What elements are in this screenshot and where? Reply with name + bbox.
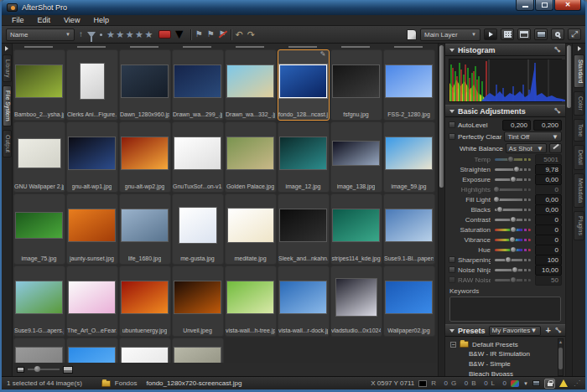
thumbnail-size-slider[interactable] xyxy=(28,369,60,370)
folder-name[interactable]: Fondos xyxy=(115,379,138,387)
warning-icon[interactable] xyxy=(559,379,568,387)
thumbnail-cell-partial[interactable] xyxy=(171,44,224,49)
panel-tab-metadata[interactable]: Metadata xyxy=(574,173,584,208)
noise-ninja-slider[interactable] xyxy=(495,269,531,271)
dual-monitor-icon[interactable] xyxy=(532,380,540,386)
contrast-slider[interactable] xyxy=(495,219,531,221)
thumbnail-image[interactable] xyxy=(227,65,273,97)
thumbnail-cell[interactable]: Suse9.1-G...apers.jpg xyxy=(13,266,65,337)
exposure-slider[interactable] xyxy=(495,178,531,181)
raw-noise-value[interactable]: 50 xyxy=(535,275,562,286)
basic-adjustments-header[interactable]: Basic Adjustments ⊶ xyxy=(445,105,565,117)
thumbnail-image[interactable] xyxy=(179,208,216,243)
thumbnail-cell[interactable]: vista-wall...h-tree.jpg xyxy=(225,266,277,337)
split-view-button[interactable] xyxy=(517,28,531,40)
sort-direction-icon[interactable]: ↑ xyxy=(79,30,83,39)
lock-button[interactable] xyxy=(544,379,555,389)
thumbnail-cell-partial[interactable] xyxy=(224,44,277,49)
fill-light-value[interactable]: 0,00 xyxy=(535,194,562,205)
star-rating-filter[interactable]: ★★★★★ xyxy=(106,30,154,39)
white-balance-dropdown[interactable]: As Shot ▼ xyxy=(506,143,547,153)
zoom-button[interactable] xyxy=(551,28,564,40)
thumbnail-image[interactable] xyxy=(280,281,326,313)
thumbnail-image[interactable] xyxy=(227,137,273,169)
no-rating-icon[interactable] xyxy=(100,34,102,36)
maximize-button[interactable] xyxy=(535,0,553,11)
thumbnail-cell[interactable]: ubuntuenergy.jpg xyxy=(119,266,171,337)
keywords-input[interactable] xyxy=(449,297,561,322)
collapse-arrow-icon[interactable] xyxy=(5,46,8,51)
collapse-triangle-icon[interactable] xyxy=(449,329,455,333)
thumbnail-image[interactable] xyxy=(336,279,377,316)
sidebar-tab-library[interactable]: Library xyxy=(3,54,12,82)
blacks-value[interactable]: 0,00 xyxy=(535,204,562,215)
checkered-flag-icon[interactable]: ⚑ xyxy=(207,30,215,39)
thumbnail-image[interactable] xyxy=(280,209,326,241)
thumbnail-image[interactable] xyxy=(228,209,273,242)
thumbnail-cell[interactable]: gnu-alt-wp2.jpg xyxy=(119,121,171,193)
preset-folder-row[interactable]: − Default Presets xyxy=(450,339,565,349)
panel-tab-detail[interactable]: Detail xyxy=(574,145,584,170)
slider-handle[interactable] xyxy=(507,156,514,162)
slideshow-button[interactable] xyxy=(484,28,497,40)
slider-handle[interactable] xyxy=(510,246,517,253)
noise-ninja-checkbox[interactable] xyxy=(449,266,455,273)
thumbnail-cell[interactable]: Sleek_and...nkahn.jpg xyxy=(278,193,330,265)
thumbnail-image[interactable] xyxy=(280,137,326,169)
thumbnail-image[interactable] xyxy=(386,65,432,97)
exposure-value[interactable]: 0,00 xyxy=(535,174,562,185)
temp-slider[interactable] xyxy=(495,158,531,161)
collapse-arrow-icon[interactable] xyxy=(578,46,581,51)
slider-handle[interactable] xyxy=(509,236,516,243)
slider-handle[interactable] xyxy=(34,366,40,372)
temp-value[interactable]: 5001 xyxy=(535,154,562,165)
thumbnail-cell[interactable]: image_59.jpg xyxy=(383,121,435,193)
fill-light-slider[interactable] xyxy=(495,199,531,201)
thumbnail-image[interactable] xyxy=(227,281,273,313)
thumbnail-image[interactable] xyxy=(122,137,168,169)
thumbnail-cell[interactable]: Golden Palace.jpg xyxy=(225,121,277,193)
thumbnail-cell[interactable]: The_Art_O...eFear.jpg xyxy=(66,266,118,337)
hue-slider[interactable] xyxy=(495,249,531,251)
thumbnail-image[interactable] xyxy=(122,348,168,364)
thumbnail-cell[interactable] xyxy=(13,338,65,363)
thumbnail-cell[interactable]: GnuTuxSof...on-v1.jpg xyxy=(172,121,224,193)
thumbnail-image[interactable] xyxy=(174,348,221,364)
thumbnail-cell[interactable]: image_12.jpg xyxy=(278,121,330,193)
vibrance-slider[interactable] xyxy=(495,239,531,241)
color-label-dropdown[interactable]: ▼ xyxy=(158,27,186,42)
slider-handle[interactable] xyxy=(510,276,517,283)
menu-item-edit[interactable]: Edit xyxy=(31,16,58,24)
thumbnail-cell[interactable] xyxy=(172,338,224,363)
perfectly-clear-checkbox[interactable] xyxy=(449,133,455,140)
title-bar[interactable]: AfterShot Pro ✕ xyxy=(2,0,585,15)
slider-handle[interactable] xyxy=(510,216,517,223)
pin-icon[interactable]: ⊶ xyxy=(552,106,563,116)
raw-noise-checkbox[interactable] xyxy=(449,276,455,283)
thumbnail-cell[interactable]: FSS-2_1280.jpg xyxy=(383,49,435,121)
scrollbar-thumb[interactable] xyxy=(439,45,444,188)
contrast-value[interactable]: 0 xyxy=(535,214,562,225)
autolevel-value-1[interactable]: 0,200 xyxy=(502,120,531,131)
panel-tab-color[interactable]: Color xyxy=(574,91,584,116)
thumbnail-image[interactable] xyxy=(333,65,379,97)
thumbnail-cell[interactable]: life_1680.jpg xyxy=(119,193,171,265)
slider-handle[interactable] xyxy=(510,226,517,233)
tint-dropdown[interactable]: Tint Off ▼ xyxy=(504,132,562,142)
thumbnail-cell[interactable]: Dawn_1280x960.jpg xyxy=(119,49,171,121)
histogram-header[interactable]: Histogram ⊶ xyxy=(445,44,565,56)
thumbnail-cell-partial[interactable] xyxy=(13,44,65,49)
presets-scrollbar[interactable]: ▲ xyxy=(558,338,564,376)
thumbnail-cell[interactable] xyxy=(66,338,118,363)
thumbnail-image[interactable] xyxy=(16,281,62,313)
thumbnail-cell[interactable]: Suse9.1-Bl...papers.jpg xyxy=(383,193,435,265)
thumbnail-image[interactable] xyxy=(386,137,432,169)
thumbnail-image[interactable] xyxy=(69,137,115,169)
thumbnail-cell[interactable]: vista-wall...r-dock.jpg xyxy=(278,266,330,337)
straighten-slider[interactable] xyxy=(495,168,531,171)
thumbnail-cell[interactable]: Clerks Ani...Figure.jpg xyxy=(66,49,118,121)
thumbnail-image[interactable] xyxy=(333,142,379,165)
autolevel-value-2[interactable]: 0,200 xyxy=(533,120,562,131)
thumbnail-cell[interactable]: me-gusta.jpg xyxy=(172,193,224,265)
image-view-button[interactable] xyxy=(534,28,548,40)
